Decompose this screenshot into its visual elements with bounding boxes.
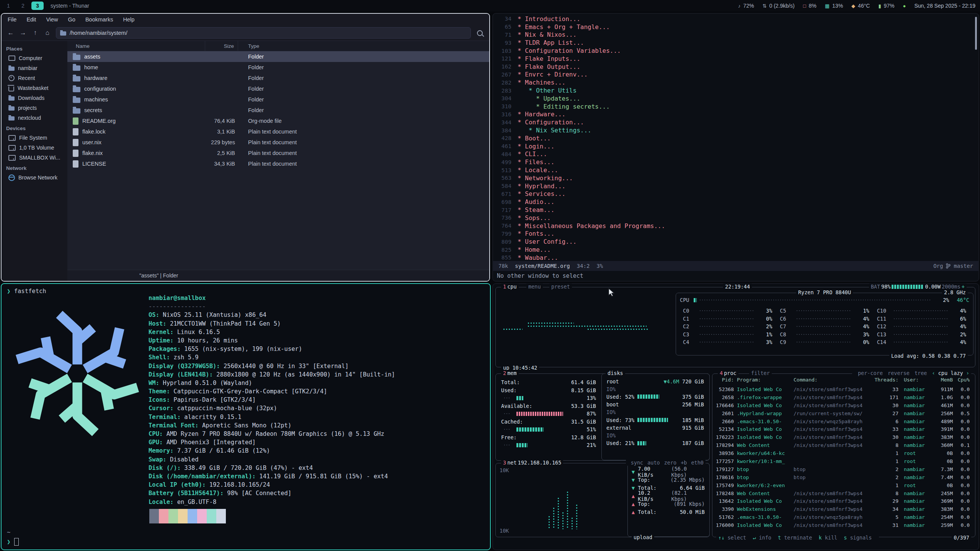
process-row[interactable]: 2658.firefox-wrappe/nix/store/sm8fnrf3wp… xyxy=(715,393,973,401)
process-row[interactable]: 2660.emacs-31.0.50-/nix/store/wnqz5pa8ra… xyxy=(715,417,973,425)
workspace-2[interactable]: 2 xyxy=(17,2,29,10)
sidebar-item-wastebasket[interactable]: Wastebasket xyxy=(2,83,67,93)
process-row[interactable]: 2601.Hyprland-wrapp/run/current-system/s… xyxy=(715,409,973,417)
table-row[interactable]: README.org76,4 KiBOrg-mode file xyxy=(67,116,489,126)
table-row[interactable]: homeFolder xyxy=(67,62,489,73)
footer-signals[interactable]: s signals xyxy=(844,535,872,541)
process-row[interactable]: 178616btopbtop2nambiar7.4M0.0 xyxy=(715,473,973,481)
process-row[interactable]: 178294Web Content/nix/store/sm8fnrf3wps4… xyxy=(715,441,973,449)
disk-used-meter xyxy=(637,395,659,399)
sidebar-item-nextcloud[interactable]: nextcloud xyxy=(2,113,67,123)
preset-button[interactable]: preset xyxy=(549,284,572,290)
org-heading-line: 855* Waubar... xyxy=(493,254,978,261)
menu-help[interactable]: Help xyxy=(123,16,134,23)
col-header-user[interactable]: User: xyxy=(898,377,931,383)
process-row[interactable]: 176646Isolated Web Co/nix/store/sm8fnrf3… xyxy=(715,401,973,409)
btop-window[interactable]: CPU2%46°C C03%C51%C104%C10%C64%C116%C22%… xyxy=(492,283,979,550)
process-row[interactable]: 38936kworker/u64:6-kc1root0B0.0 xyxy=(715,449,973,457)
menu-edit[interactable]: Edit xyxy=(26,16,36,23)
table-row[interactable]: machinesFolder xyxy=(67,94,489,105)
up-button[interactable]: ↑ xyxy=(30,28,41,38)
process-row[interactable]: 178248Web Content/nix/store/sm8fnrf3wps4… xyxy=(715,489,973,497)
table-row[interactable]: flake.nix2,5 KiBPlain text document xyxy=(67,148,489,158)
col-header-memb[interactable]: MemB xyxy=(931,377,953,383)
process-row[interactable]: 176223Isolated Web Co/nix/store/sm8fnrf3… xyxy=(715,433,973,441)
net-option-b[interactable]: +b xyxy=(681,460,687,466)
sidebar-item-file-system[interactable]: File System xyxy=(2,133,67,143)
line-number: 310 xyxy=(493,103,518,109)
col-header-command[interactable]: Command: xyxy=(794,377,874,383)
workspace-1[interactable]: 1 xyxy=(2,2,15,10)
disk-size: 720 GiB xyxy=(682,378,704,385)
table-row[interactable]: hardwareFolder xyxy=(67,73,489,83)
org-heading-line: 103* Configuration Variables... xyxy=(493,47,978,55)
sidebar-item-smallbox-wi-[interactable]: SMALLBOX Wi... xyxy=(2,153,67,163)
proc-option-per-core[interactable]: per-core xyxy=(858,370,883,376)
column-header-type[interactable]: Type xyxy=(238,41,489,51)
emacs-buffer[interactable]: 34* Introduction...65* Emacs + Org + Tan… xyxy=(493,14,978,261)
sidebar-item-downloads[interactable]: Downloads xyxy=(2,93,67,103)
process-row[interactable]: 52368Isolated Web Co/nix/store/sm8fnrf3w… xyxy=(715,385,973,393)
file-name: home xyxy=(84,64,98,70)
sidebar-item-nambiar[interactable]: nambiar xyxy=(2,63,67,73)
proc-option-reverse[interactable]: reverse xyxy=(888,370,910,376)
table-row[interactable]: user.nix229 bytesPlain text document xyxy=(67,137,489,148)
table-row[interactable]: flake.lock3,1 KiBPlain text document xyxy=(67,126,489,137)
sidebar-item-projects[interactable]: projects xyxy=(2,103,67,113)
footer-select[interactable]: ↑↓ select xyxy=(718,535,746,541)
process-row[interactable]: 179127btopbtop2nambiar7.3M0.0 xyxy=(715,465,973,473)
process-row[interactable]: 3390WebExtensions/nix/store/sm8fnrf3wps4… xyxy=(715,505,973,513)
forward-button[interactable]: → xyxy=(18,28,28,38)
col-header-program[interactable]: Program: xyxy=(737,377,794,383)
search-button[interactable] xyxy=(474,28,485,38)
process-row[interactable]: 52134Isolated Web Co/nix/store/sm8fnrf3w… xyxy=(715,425,973,433)
sort-selector[interactable]: ‹ cpu lazy › xyxy=(932,370,969,376)
footer-info[interactable]: ↵ info xyxy=(753,535,771,541)
column-header-name[interactable]: Name xyxy=(67,41,205,51)
net-option-zero[interactable]: zero xyxy=(664,460,677,466)
sidebar-item-computer[interactable]: Computer xyxy=(2,53,67,63)
home-button[interactable]: ⌂ xyxy=(42,28,53,38)
path-bar[interactable]: /home/nambiar/system/ xyxy=(56,27,471,39)
col-header-cpu[interactable]: Cpu% xyxy=(953,377,970,383)
terminal-window[interactable]: ❯ fastfetch nambiar@smallbox------------… xyxy=(1,283,491,550)
process-row[interactable]: 51762.emacs-31.0.50-/nix/store/wnqz5pa8r… xyxy=(715,513,973,521)
process-row[interactable]: 13642Isolated Web Co/nix/store/sm8fnrf3w… xyxy=(715,497,973,505)
menu-bookmarks[interactable]: Bookmarks xyxy=(85,16,113,23)
footer-kill[interactable]: k kill xyxy=(818,535,837,541)
net-option-eth0[interactable]: eth0 xyxy=(691,460,704,466)
process-row[interactable]: 177257kworker/10:1-mm_1root0B0.0 xyxy=(715,457,973,465)
emacs-window[interactable]: 34* Introduction...65* Emacs + Org + Tan… xyxy=(492,13,979,282)
org-heading-text: * TLDR App List... xyxy=(518,39,584,46)
sidebar-item-recent[interactable]: Recent xyxy=(2,73,67,83)
footer-terminate[interactable]: t terminate xyxy=(778,535,812,541)
net-option-sync[interactable]: sync xyxy=(631,460,644,466)
table-row[interactable]: configurationFolder xyxy=(67,83,489,94)
table-row[interactable]: secretsFolder xyxy=(67,105,489,116)
col-header-pid[interactable]: Pid: xyxy=(715,377,737,383)
menu-file[interactable]: File xyxy=(8,16,16,23)
workspace-3[interactable]: 3 xyxy=(31,2,44,10)
table-row[interactable]: LICENSE34,3 KiBPlain text document xyxy=(67,158,489,169)
process-row[interactable]: 176000Isolated Web Co/nix/store/sm8fnrf3… xyxy=(715,521,973,529)
sidebar-item-1-0-tb-volume[interactable]: 1,0 TB Volume xyxy=(2,143,67,153)
menu-button[interactable]: menu xyxy=(526,284,543,290)
column-header-size[interactable]: Size xyxy=(205,41,238,51)
core-row: C43%C90%C144% xyxy=(679,338,970,346)
net-option-auto[interactable]: auto xyxy=(647,460,660,466)
threads: 27 xyxy=(874,411,898,416)
menu-view[interactable]: View xyxy=(46,16,58,23)
table-row[interactable]: assetsFolder xyxy=(67,51,489,62)
terminal-prompt[interactable]: ❯ xyxy=(7,538,19,546)
back-button[interactable]: ← xyxy=(5,28,16,38)
mem: 256M xyxy=(931,411,953,416)
threads: 29 xyxy=(874,498,898,504)
proc-option-tree[interactable]: tree xyxy=(915,370,927,376)
menu-go[interactable]: Go xyxy=(68,16,75,23)
col-header-threads[interactable]: Threads: xyxy=(874,377,898,383)
sidebar-item-browse-network[interactable]: Browse Network xyxy=(2,173,67,183)
process-row[interactable]: 175749kworker/6:2-even1root0B0.0 xyxy=(715,481,973,489)
interval-plus-button[interactable]: + xyxy=(962,284,965,290)
filter-button[interactable]: filter xyxy=(749,370,772,376)
emacs-scrollbar[interactable] xyxy=(975,17,977,50)
